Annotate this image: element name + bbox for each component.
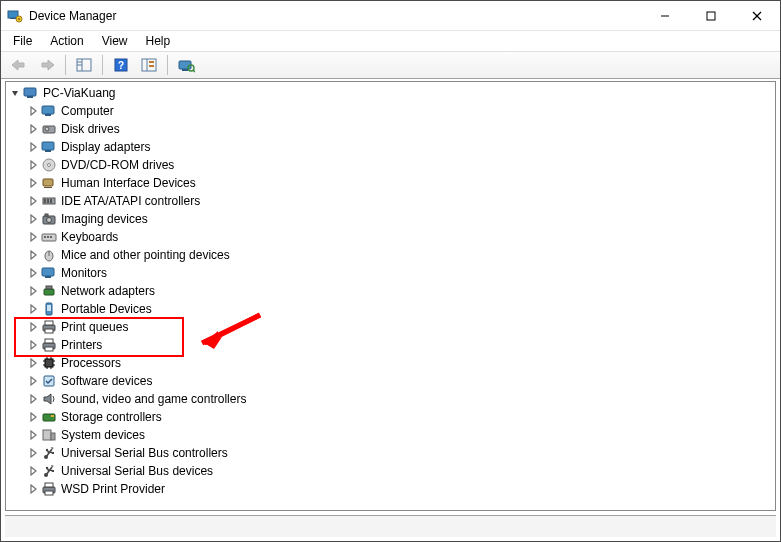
category-row[interactable]: WSD Print Provider — [26, 480, 775, 498]
expand-toggle[interactable] — [26, 356, 40, 370]
category-row[interactable]: Portable Devices — [26, 300, 775, 318]
camera-icon — [41, 211, 57, 227]
device-tree[interactable]: PC-ViaKuang Computer Disk drives Display… — [5, 81, 776, 511]
category-imaging[interactable]: Imaging devices — [26, 210, 775, 228]
expand-toggle[interactable] — [26, 446, 40, 460]
svg-rect-33 — [44, 187, 52, 188]
category-hid[interactable]: Human Interface Devices — [26, 174, 775, 192]
category-row[interactable]: DVD/CD-ROM drives — [26, 156, 775, 174]
category-row[interactable]: Processors — [26, 354, 775, 372]
category-ide[interactable]: IDE ATA/ATAPI controllers — [26, 192, 775, 210]
category-row[interactable]: Human Interface Devices — [26, 174, 775, 192]
toolbar-back-button[interactable] — [7, 53, 31, 77]
window-title: Device Manager — [29, 9, 642, 23]
category-row[interactable]: System devices — [26, 426, 775, 444]
expand-toggle[interactable] — [26, 140, 40, 154]
expand-toggle[interactable] — [26, 122, 40, 136]
category-monitors[interactable]: Monitors — [26, 264, 775, 282]
category-row[interactable]: Disk drives — [26, 120, 775, 138]
category-network[interactable]: Network adapters — [26, 282, 775, 300]
expand-toggle[interactable] — [26, 104, 40, 118]
category-row[interactable]: Mice and other pointing devices — [26, 246, 775, 264]
svg-point-75 — [46, 449, 48, 451]
svg-rect-23 — [27, 96, 33, 98]
svg-rect-72 — [51, 433, 55, 440]
category-row[interactable]: Universal Serial Bus controllers — [26, 444, 775, 462]
toolbar-properties-button[interactable] — [137, 53, 161, 77]
root-node[interactable]: PC-ViaKuang Computer Disk drives Display… — [8, 84, 775, 498]
svg-rect-1 — [10, 18, 16, 19]
app-icon — [7, 8, 23, 24]
printer-icon — [41, 481, 57, 497]
category-disk-drives[interactable]: Disk drives — [26, 120, 775, 138]
category-usb-ctrl[interactable]: Universal Serial Bus controllers — [26, 444, 775, 462]
menu-file[interactable]: File — [5, 33, 40, 49]
expand-toggle[interactable] — [26, 284, 40, 298]
toolbar-show-hide-tree-button[interactable] — [72, 53, 96, 77]
menu-help[interactable]: Help — [138, 33, 179, 49]
expand-toggle[interactable] — [26, 374, 40, 388]
expand-toggle[interactable] — [26, 212, 40, 226]
category-print-queues[interactable]: Print queues — [26, 318, 775, 336]
toolbar-scan-hardware-button[interactable] — [174, 53, 198, 77]
category-row[interactable]: Monitors — [26, 264, 775, 282]
category-row[interactable]: Storage controllers — [26, 408, 775, 426]
root-row[interactable]: PC-ViaKuang — [8, 84, 775, 102]
category-mice[interactable]: Mice and other pointing devices — [26, 246, 775, 264]
category-storage[interactable]: Storage controllers — [26, 408, 775, 426]
expand-toggle[interactable] — [26, 248, 40, 262]
svg-rect-49 — [44, 289, 54, 295]
expand-toggle[interactable] — [26, 392, 40, 406]
expand-toggle[interactable] — [26, 158, 40, 172]
category-row[interactable]: Printers — [26, 336, 775, 354]
dvd-icon — [41, 157, 57, 173]
category-wsd[interactable]: WSD Print Provider — [26, 480, 775, 498]
expand-toggle[interactable] — [26, 482, 40, 496]
category-row[interactable]: Universal Serial Bus devices — [26, 462, 775, 480]
category-label: IDE ATA/ATAPI controllers — [61, 194, 200, 208]
expand-toggle[interactable] — [26, 428, 40, 442]
expand-toggle[interactable] — [26, 338, 40, 352]
category-usb-dev[interactable]: Universal Serial Bus devices — [26, 462, 775, 480]
minimize-button[interactable] — [642, 1, 688, 31]
expand-toggle[interactable] — [26, 464, 40, 478]
category-row[interactable]: Sound, video and game controllers — [26, 390, 775, 408]
expand-toggle[interactable] — [26, 230, 40, 244]
category-row[interactable]: Imaging devices — [26, 210, 775, 228]
category-keyboards[interactable]: Keyboards — [26, 228, 775, 246]
category-computer[interactable]: Computer — [26, 102, 775, 120]
svg-rect-59 — [45, 359, 53, 367]
close-button[interactable] — [734, 1, 780, 31]
toolbar-forward-button[interactable] — [35, 53, 59, 77]
menu-view[interactable]: View — [94, 33, 136, 49]
expand-toggle[interactable] — [26, 302, 40, 316]
category-row[interactable]: Keyboards — [26, 228, 775, 246]
maximize-button[interactable] — [688, 1, 734, 31]
category-row[interactable]: IDE ATA/ATAPI controllers — [26, 192, 775, 210]
expand-toggle[interactable] — [26, 266, 40, 280]
expand-toggle[interactable] — [26, 194, 40, 208]
toolbar-help-button[interactable]: ? — [109, 53, 133, 77]
category-portable[interactable]: Portable Devices — [26, 300, 775, 318]
category-processors[interactable]: Processors — [26, 354, 775, 372]
category-row[interactable]: Display adapters — [26, 138, 775, 156]
expand-toggle[interactable] — [26, 176, 40, 190]
svg-rect-82 — [45, 483, 53, 487]
expand-toggle[interactable] — [8, 86, 22, 100]
category-dvd[interactable]: DVD/CD-ROM drives — [26, 156, 775, 174]
category-system[interactable]: System devices — [26, 426, 775, 444]
expand-toggle[interactable] — [26, 410, 40, 424]
category-label: DVD/CD-ROM drives — [61, 158, 174, 172]
category-row[interactable]: Network adapters — [26, 282, 775, 300]
expand-toggle[interactable] — [26, 320, 40, 334]
svg-rect-44 — [50, 236, 52, 238]
category-display[interactable]: Display adapters — [26, 138, 775, 156]
svg-rect-29 — [45, 150, 51, 152]
category-row[interactable]: Computer — [26, 102, 775, 120]
menu-action[interactable]: Action — [42, 33, 91, 49]
category-printers[interactable]: Printers — [26, 336, 775, 354]
category-row[interactable]: Print queues — [26, 318, 775, 336]
category-row[interactable]: Software devices — [26, 372, 775, 390]
category-sound[interactable]: Sound, video and game controllers — [26, 390, 775, 408]
category-software[interactable]: Software devices — [26, 372, 775, 390]
